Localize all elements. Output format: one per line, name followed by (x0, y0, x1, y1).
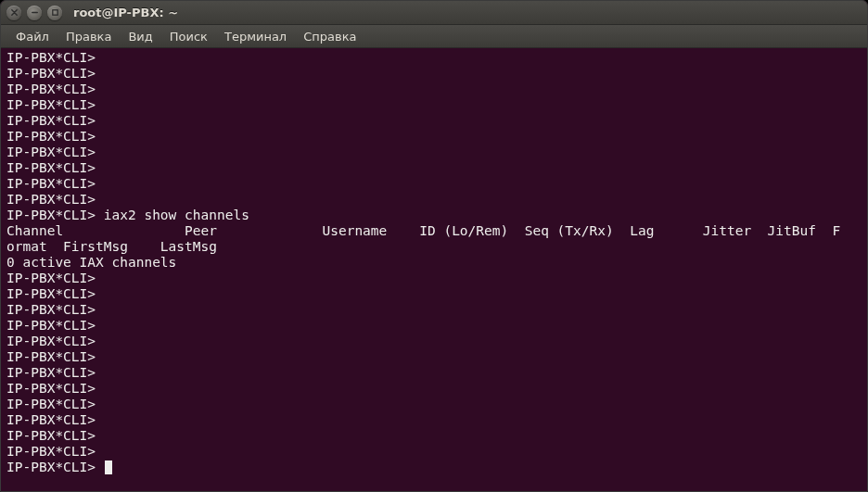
menu-help[interactable]: Справка (296, 27, 364, 46)
terminal-window: root@IP-PBX: ~ Файл Правка Вид Поиск Тер… (0, 0, 868, 492)
window-title: root@IP-PBX: ~ (73, 6, 178, 19)
menubar: Файл Правка Вид Поиск Терминал Справка (1, 25, 867, 48)
titlebar[interactable]: root@IP-PBX: ~ (1, 1, 867, 25)
cursor (105, 460, 112, 474)
terminal-output[interactable]: IP-PBX*CLI> IP-PBX*CLI> IP-PBX*CLI> IP-P… (1, 48, 867, 491)
svg-rect-0 (52, 10, 57, 15)
minimize-icon[interactable] (27, 6, 42, 20)
menu-edit[interactable]: Правка (58, 27, 119, 46)
menu-terminal[interactable]: Терминал (217, 27, 294, 46)
close-icon[interactable] (6, 6, 21, 20)
menu-view[interactable]: Вид (121, 27, 160, 46)
maximize-icon[interactable] (47, 6, 62, 20)
menu-search[interactable]: Поиск (162, 27, 215, 46)
menu-file[interactable]: Файл (8, 27, 57, 46)
